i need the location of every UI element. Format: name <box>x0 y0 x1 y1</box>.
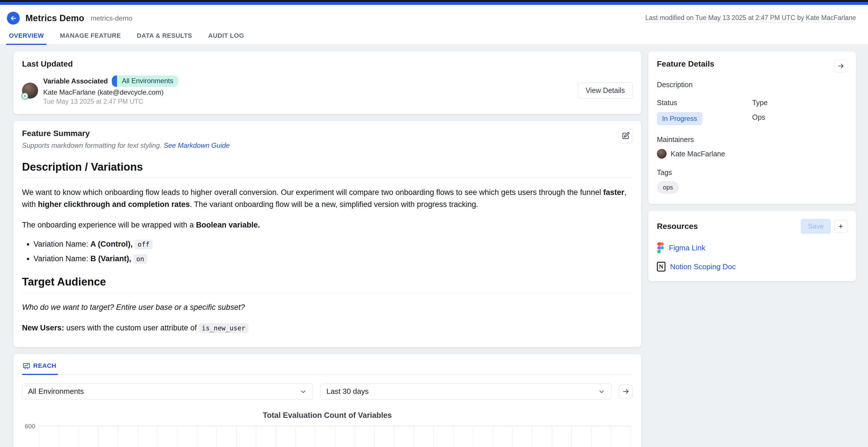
maintainer-name: Kate MacFarlane <box>671 150 725 158</box>
notion-icon: N <box>657 262 665 272</box>
tags-label: Tags <box>657 168 847 177</box>
description-paragraph-1: We want to know which onboarding flow le… <box>22 186 632 211</box>
description-variations-heading: Description / Variations <box>22 161 632 178</box>
tab-manage-feature[interactable]: MANAGE FEATURE <box>59 32 121 44</box>
open-details-button[interactable] <box>834 60 847 73</box>
last-updated-title: Last Updated <box>22 60 632 69</box>
avatar <box>657 149 666 159</box>
markdown-guide-link[interactable]: See Markdown Guide <box>164 141 230 149</box>
audience-question: Who do we want to target? Entire user ba… <box>22 302 632 313</box>
back-button[interactable] <box>7 12 20 25</box>
status-badge: In Progress <box>657 112 702 125</box>
feature-details-title: Feature Details <box>657 60 714 69</box>
chart-title: Total Evaluation Count of Variables <box>22 411 632 420</box>
tag-pill: ops <box>657 181 679 194</box>
variation-item-control: Variation Name: A (Control), off <box>33 239 632 250</box>
environment-badge: All Environments <box>112 75 178 87</box>
variation-list: Variation Name: A (Control), off Variati… <box>22 239 632 264</box>
tab-data-results[interactable]: DATA & RESULTS <box>136 32 192 44</box>
resource-link-figma[interactable]: Figma Link <box>657 242 847 253</box>
last-modified-text: Last modified on Tue May 13 2025 at 2:47… <box>645 14 856 23</box>
evaluation-chart: 600500400 <box>22 424 632 447</box>
audience-line: New Users: users with the custom user at… <box>22 322 632 334</box>
reach-chart-icon <box>23 362 30 370</box>
page-content: Last Updated + Variable Associated All E… <box>0 45 868 447</box>
date-range-select[interactable]: Last 30 days <box>320 383 611 400</box>
user-email-text: Kate MacFarlane (kate@devcycle.com) <box>43 88 178 96</box>
top-dark-bar <box>0 0 868 2</box>
tab-audit-log[interactable]: AUDIT LOG <box>208 32 245 44</box>
svg-text:600: 600 <box>25 424 35 430</box>
avatar: + <box>22 82 38 99</box>
plus-badge-icon: + <box>22 93 28 99</box>
page-title: Metrics Demo <box>26 13 84 24</box>
edit-pencil-icon <box>621 132 630 140</box>
description-paragraph-2: The onboarding experience will be wrappe… <box>22 219 632 231</box>
target-audience-heading: Target Audience <box>22 276 632 293</box>
chevron-down-icon <box>300 388 307 395</box>
feature-summary-card: Feature Summary Supports markdown format… <box>13 121 641 347</box>
timestamp-text: Tue May 13 2025 at 2:47 PM UTC <box>43 98 178 105</box>
arrow-right-icon <box>622 387 630 395</box>
environment-select[interactable]: All Environments <box>22 383 313 400</box>
reach-chart-svg: 600500400 <box>22 424 632 447</box>
page-header: Metrics Demo metrics-demo Last modified … <box>0 5 868 45</box>
resources-card: Resources Save + Figma Link <box>648 211 856 281</box>
tab-overview[interactable]: OVERVIEW <box>8 32 44 44</box>
tab-reach[interactable]: REACH <box>22 362 58 374</box>
tab-bar: OVERVIEW MANAGE FEATURE DATA & RESULTS A… <box>0 32 868 45</box>
variation-item-variant: Variation Name: B (Variant), on <box>33 253 632 264</box>
view-details-button[interactable]: View Details <box>578 82 632 99</box>
chevron-down-icon <box>598 388 606 395</box>
markdown-hint: Supports markdown formatting for text st… <box>22 141 632 149</box>
reach-card: REACH All Environments Last 30 days <box>13 354 641 447</box>
resources-title: Resources <box>657 222 698 231</box>
last-updated-card: Last Updated + Variable Associated All E… <box>13 51 641 114</box>
top-accent-bar <box>0 2 868 5</box>
maintainers-label: Maintainers <box>657 135 847 144</box>
apply-filters-button[interactable] <box>619 385 632 399</box>
reach-tab-bar: REACH <box>22 362 632 375</box>
feature-details-card: Feature Details Description Status In Pr… <box>648 51 856 204</box>
maintainer-row: Kate MacFarlane <box>657 149 847 159</box>
feature-key: metrics-demo <box>91 14 132 22</box>
save-button[interactable]: Save <box>801 219 831 234</box>
type-label: Type <box>752 99 847 107</box>
type-value: Ops <box>752 113 847 122</box>
add-resource-button[interactable]: + <box>834 220 847 233</box>
edit-summary-button[interactable] <box>618 128 633 143</box>
arrow-right-icon <box>837 62 844 70</box>
status-label: Status <box>657 99 752 107</box>
resource-link-notion[interactable]: N Notion Scoping Doc <box>657 262 847 272</box>
arrow-left-icon <box>10 14 17 22</box>
event-label: Variable Associated <box>43 77 108 85</box>
figma-icon <box>657 242 664 253</box>
description-label: Description <box>657 80 847 89</box>
feature-summary-title: Feature Summary <box>22 129 632 138</box>
